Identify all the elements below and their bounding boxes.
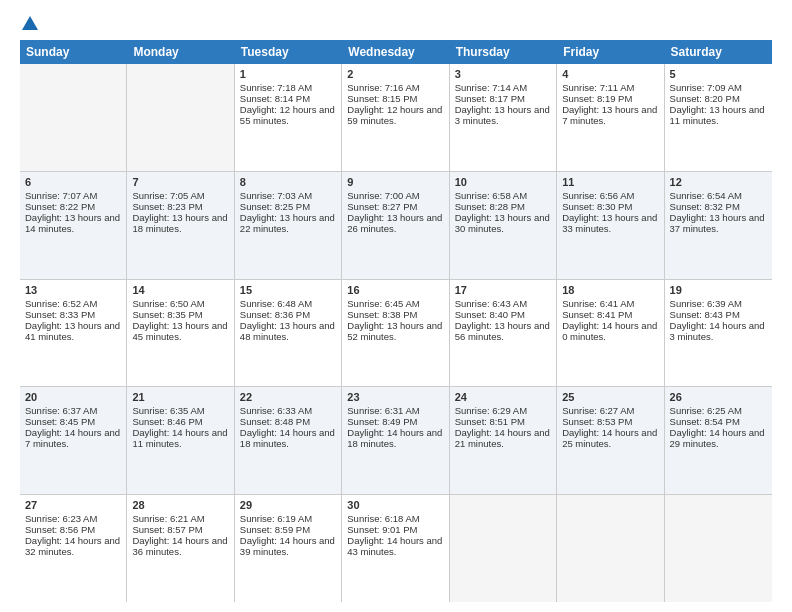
calendar-cell: 2Sunrise: 7:16 AMSunset: 8:15 PMDaylight…	[342, 64, 449, 171]
calendar-cell: 22Sunrise: 6:33 AMSunset: 8:48 PMDayligh…	[235, 387, 342, 494]
daylight-text: Daylight: 12 hours and 59 minutes.	[347, 104, 443, 126]
daylight-text: Daylight: 13 hours and 52 minutes.	[347, 320, 443, 342]
calendar-cell: 1Sunrise: 7:18 AMSunset: 8:14 PMDaylight…	[235, 64, 342, 171]
calendar-cell: 24Sunrise: 6:29 AMSunset: 8:51 PMDayligh…	[450, 387, 557, 494]
sunset-text: Sunset: 8:41 PM	[562, 309, 658, 320]
calendar-cell	[665, 495, 772, 602]
day-number: 23	[347, 391, 443, 403]
weekday-header: Thursday	[450, 40, 557, 64]
daylight-text: Daylight: 13 hours and 22 minutes.	[240, 212, 336, 234]
weekday-header: Monday	[127, 40, 234, 64]
sunset-text: Sunset: 8:30 PM	[562, 201, 658, 212]
day-number: 3	[455, 68, 551, 80]
sunset-text: Sunset: 8:19 PM	[562, 93, 658, 104]
calendar-cell: 30Sunrise: 6:18 AMSunset: 9:01 PMDayligh…	[342, 495, 449, 602]
day-number: 22	[240, 391, 336, 403]
day-number: 20	[25, 391, 121, 403]
sunset-text: Sunset: 8:17 PM	[455, 93, 551, 104]
sunset-text: Sunset: 8:49 PM	[347, 416, 443, 427]
sunrise-text: Sunrise: 7:11 AM	[562, 82, 658, 93]
calendar-cell: 23Sunrise: 6:31 AMSunset: 8:49 PMDayligh…	[342, 387, 449, 494]
daylight-text: Daylight: 14 hours and 18 minutes.	[347, 427, 443, 449]
sunset-text: Sunset: 8:27 PM	[347, 201, 443, 212]
sunset-text: Sunset: 8:51 PM	[455, 416, 551, 427]
calendar-cell: 5Sunrise: 7:09 AMSunset: 8:20 PMDaylight…	[665, 64, 772, 171]
daylight-text: Daylight: 14 hours and 11 minutes.	[132, 427, 228, 449]
sunrise-text: Sunrise: 6:25 AM	[670, 405, 767, 416]
day-number: 8	[240, 176, 336, 188]
sunrise-text: Sunrise: 7:09 AM	[670, 82, 767, 93]
calendar-cell	[20, 64, 127, 171]
calendar-cell: 15Sunrise: 6:48 AMSunset: 8:36 PMDayligh…	[235, 280, 342, 387]
sunset-text: Sunset: 8:22 PM	[25, 201, 121, 212]
sunset-text: Sunset: 8:20 PM	[670, 93, 767, 104]
sunrise-text: Sunrise: 6:18 AM	[347, 513, 443, 524]
sunset-text: Sunset: 8:48 PM	[240, 416, 336, 427]
day-number: 14	[132, 284, 228, 296]
calendar-cell: 7Sunrise: 7:05 AMSunset: 8:23 PMDaylight…	[127, 172, 234, 279]
sunrise-text: Sunrise: 6:21 AM	[132, 513, 228, 524]
sunset-text: Sunset: 9:01 PM	[347, 524, 443, 535]
calendar-cell	[127, 64, 234, 171]
page: SundayMondayTuesdayWednesdayThursdayFrid…	[0, 0, 792, 612]
day-number: 12	[670, 176, 767, 188]
calendar-cell: 28Sunrise: 6:21 AMSunset: 8:57 PMDayligh…	[127, 495, 234, 602]
daylight-text: Daylight: 14 hours and 21 minutes.	[455, 427, 551, 449]
daylight-text: Daylight: 13 hours and 30 minutes.	[455, 212, 551, 234]
sunrise-text: Sunrise: 7:05 AM	[132, 190, 228, 201]
calendar-cell: 20Sunrise: 6:37 AMSunset: 8:45 PMDayligh…	[20, 387, 127, 494]
daylight-text: Daylight: 13 hours and 26 minutes.	[347, 212, 443, 234]
sunrise-text: Sunrise: 7:07 AM	[25, 190, 121, 201]
sunrise-text: Sunrise: 6:27 AM	[562, 405, 658, 416]
sunrise-text: Sunrise: 6:50 AM	[132, 298, 228, 309]
daylight-text: Daylight: 13 hours and 33 minutes.	[562, 212, 658, 234]
logo	[20, 16, 38, 32]
sunset-text: Sunset: 8:38 PM	[347, 309, 443, 320]
calendar-cell: 12Sunrise: 6:54 AMSunset: 8:32 PMDayligh…	[665, 172, 772, 279]
calendar-week-row: 27Sunrise: 6:23 AMSunset: 8:56 PMDayligh…	[20, 495, 772, 602]
sunset-text: Sunset: 8:43 PM	[670, 309, 767, 320]
sunrise-text: Sunrise: 6:37 AM	[25, 405, 121, 416]
sunrise-text: Sunrise: 7:14 AM	[455, 82, 551, 93]
sunset-text: Sunset: 8:33 PM	[25, 309, 121, 320]
calendar-cell: 13Sunrise: 6:52 AMSunset: 8:33 PMDayligh…	[20, 280, 127, 387]
calendar-cell: 14Sunrise: 6:50 AMSunset: 8:35 PMDayligh…	[127, 280, 234, 387]
day-number: 26	[670, 391, 767, 403]
calendar-week-row: 20Sunrise: 6:37 AMSunset: 8:45 PMDayligh…	[20, 387, 772, 495]
calendar-week-row: 1Sunrise: 7:18 AMSunset: 8:14 PMDaylight…	[20, 64, 772, 172]
calendar-cell: 8Sunrise: 7:03 AMSunset: 8:25 PMDaylight…	[235, 172, 342, 279]
calendar-week-row: 6Sunrise: 7:07 AMSunset: 8:22 PMDaylight…	[20, 172, 772, 280]
day-number: 15	[240, 284, 336, 296]
daylight-text: Daylight: 13 hours and 14 minutes.	[25, 212, 121, 234]
day-number: 29	[240, 499, 336, 511]
daylight-text: Daylight: 14 hours and 39 minutes.	[240, 535, 336, 557]
sunrise-text: Sunrise: 6:56 AM	[562, 190, 658, 201]
sunrise-text: Sunrise: 7:16 AM	[347, 82, 443, 93]
sunrise-text: Sunrise: 6:54 AM	[670, 190, 767, 201]
sunset-text: Sunset: 8:36 PM	[240, 309, 336, 320]
logo-text	[20, 16, 38, 32]
sunrise-text: Sunrise: 6:48 AM	[240, 298, 336, 309]
daylight-text: Daylight: 13 hours and 56 minutes.	[455, 320, 551, 342]
daylight-text: Daylight: 13 hours and 7 minutes.	[562, 104, 658, 126]
daylight-text: Daylight: 14 hours and 18 minutes.	[240, 427, 336, 449]
day-number: 27	[25, 499, 121, 511]
calendar-cell	[557, 495, 664, 602]
weekday-header: Wednesday	[342, 40, 449, 64]
calendar-cell	[450, 495, 557, 602]
sunset-text: Sunset: 8:14 PM	[240, 93, 336, 104]
sunset-text: Sunset: 8:23 PM	[132, 201, 228, 212]
sunset-text: Sunset: 8:32 PM	[670, 201, 767, 212]
sunrise-text: Sunrise: 7:03 AM	[240, 190, 336, 201]
sunset-text: Sunset: 8:59 PM	[240, 524, 336, 535]
day-number: 4	[562, 68, 658, 80]
calendar-cell: 3Sunrise: 7:14 AMSunset: 8:17 PMDaylight…	[450, 64, 557, 171]
calendar-week-row: 13Sunrise: 6:52 AMSunset: 8:33 PMDayligh…	[20, 280, 772, 388]
daylight-text: Daylight: 13 hours and 18 minutes.	[132, 212, 228, 234]
day-number: 11	[562, 176, 658, 188]
sunrise-text: Sunrise: 7:18 AM	[240, 82, 336, 93]
sunrise-text: Sunrise: 6:45 AM	[347, 298, 443, 309]
calendar-cell: 10Sunrise: 6:58 AMSunset: 8:28 PMDayligh…	[450, 172, 557, 279]
day-number: 18	[562, 284, 658, 296]
sunrise-text: Sunrise: 6:43 AM	[455, 298, 551, 309]
